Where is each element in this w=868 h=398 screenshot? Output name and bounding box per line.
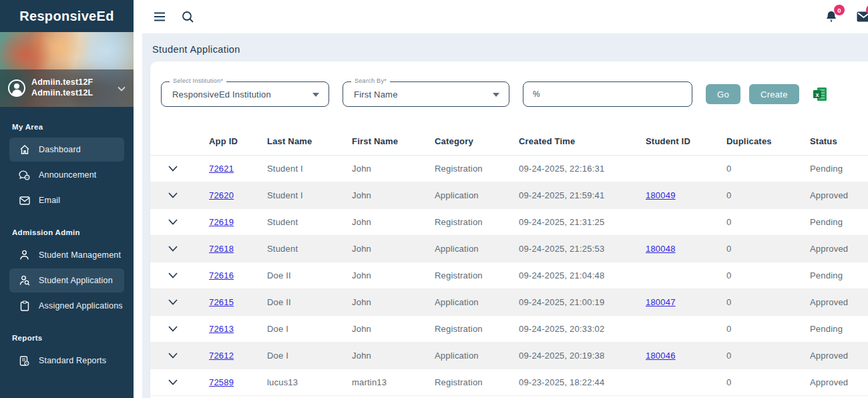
sidebar-item-email[interactable]: Email xyxy=(9,188,124,212)
user-names: Admiin.test12F Admiin.test12L xyxy=(31,77,93,98)
app-id-link[interactable]: 72621 xyxy=(209,164,234,174)
table-row: 72613Doe IJohnRegistration09-24-2025, 20… xyxy=(150,315,868,342)
duplicates-cell: 0 xyxy=(726,369,810,395)
person-search-icon xyxy=(19,275,30,286)
created-time-cell: 09-24-2025, 20:33:02 xyxy=(519,315,646,342)
app-id-link[interactable]: 72616 xyxy=(209,270,234,280)
last-name-cell: Doe II xyxy=(267,288,352,315)
go-button[interactable]: Go xyxy=(706,84,740,104)
row-expand-chevron-icon[interactable] xyxy=(168,219,178,225)
created-time-cell: 09-24-2025, 21:31:25 xyxy=(519,208,646,235)
status-cell: Approved xyxy=(810,235,868,262)
category-cell: Application xyxy=(435,342,519,369)
status-cell: Pending xyxy=(810,155,868,182)
hamburger-menu-icon[interactable] xyxy=(152,9,167,24)
clipboard-icon xyxy=(19,301,30,312)
row-expand-chevron-icon[interactable] xyxy=(168,299,178,305)
category-cell: Application xyxy=(435,182,519,208)
notifications-bell-icon[interactable]: 0 xyxy=(824,9,839,24)
app-id-cell: 72619 xyxy=(209,208,267,235)
duplicates-cell: 0 xyxy=(726,288,810,315)
row-expand-cell xyxy=(150,208,209,235)
app-id-link[interactable]: 72589 xyxy=(209,377,234,387)
row-expand-chevron-icon[interactable] xyxy=(168,192,178,198)
sidebar-item-label: Assigned Applications xyxy=(39,301,123,311)
first-name-cell: John xyxy=(352,288,435,315)
table-row: 72618StudentJohnApplication09-24-2025, 2… xyxy=(150,235,868,262)
student-id-cell: 180046 xyxy=(646,342,726,369)
report-clock-icon xyxy=(19,355,30,367)
student-id-link[interactable]: 180046 xyxy=(646,351,676,361)
row-expand-cell xyxy=(150,235,209,262)
app-window: ResponsiveEd Admiin.test12F Admiin.test1… xyxy=(0,0,868,398)
row-expand-chevron-icon[interactable] xyxy=(168,166,178,172)
excel-export-icon[interactable]: x xyxy=(813,87,827,102)
app-id-cell: 72589 xyxy=(209,369,267,395)
app-id-cell: 72616 xyxy=(209,262,267,288)
duplicates-cell: 0 xyxy=(726,155,810,182)
search-icon[interactable] xyxy=(180,9,195,24)
user-menu[interactable]: Admiin.test12F Admiin.test12L xyxy=(0,69,134,107)
category-cell: Registration xyxy=(435,315,519,342)
table-row: 72616Doe IIJohnRegistration09-24-2025, 2… xyxy=(150,262,868,288)
chevron-down-icon[interactable] xyxy=(118,82,126,94)
announcement-icon xyxy=(19,170,30,181)
section-label-reports: Reports xyxy=(12,334,134,342)
row-expand-cell xyxy=(150,262,209,288)
row-expand-chevron-icon[interactable] xyxy=(168,246,178,252)
sidebar-item-standard-reports[interactable]: Standard Reports xyxy=(9,349,124,373)
column-header-duplicates: Duplicates xyxy=(726,128,810,155)
app-id-link[interactable]: 72612 xyxy=(209,351,234,361)
row-expand-chevron-icon[interactable] xyxy=(168,326,178,332)
table-row: 72620Student IJohnApplication09-24-2025,… xyxy=(150,182,868,208)
sidebar-item-student-management[interactable]: Student Management xyxy=(9,243,124,267)
created-time-cell: 09-23-2025, 18:22:44 xyxy=(519,369,646,395)
student-id-cell xyxy=(646,262,726,288)
student-id-cell xyxy=(646,369,726,395)
content-gutter xyxy=(134,33,142,398)
first-name-cell: John xyxy=(352,182,435,208)
row-expand-chevron-icon[interactable] xyxy=(168,353,178,359)
applications-table: App ID Last Name First Name Category Cre… xyxy=(150,128,868,396)
sidebar-item-announcement[interactable]: Announcement xyxy=(9,163,124,187)
created-time-cell: 09-24-2025, 21:04:48 xyxy=(519,262,646,288)
created-time-cell: 09-24-2025, 21:00:19 xyxy=(519,288,646,315)
last-name-cell: Doe I xyxy=(267,315,352,342)
home-icon xyxy=(19,144,30,156)
row-expand-cell xyxy=(150,342,209,369)
main-area: 0 2 Student Application Select Instituti… xyxy=(134,0,868,398)
institution-select-label: Select Institution* xyxy=(170,77,226,84)
search-text-input[interactable] xyxy=(523,81,692,107)
institution-select[interactable]: Select Institution* ResponsiveEd Institu… xyxy=(161,81,329,107)
sidebar-item-student-application[interactable]: Student Application xyxy=(9,268,124,292)
sidebar-item-label: Announcement xyxy=(39,170,97,180)
app-id-link[interactable]: 72619 xyxy=(209,217,234,227)
table-row: 72612Doe IJohnApplication09-24-2025, 20:… xyxy=(150,342,868,369)
table-row: 72621Student IJohnRegistration09-24-2025… xyxy=(150,155,868,182)
student-id-link[interactable]: 180049 xyxy=(646,190,676,200)
student-id-cell xyxy=(646,155,726,182)
created-time-cell: 09-24-2025, 21:25:53 xyxy=(519,235,646,262)
mail-icon[interactable]: 2 xyxy=(856,9,868,24)
status-cell: Approved xyxy=(810,369,868,395)
page-title: Student Application xyxy=(134,33,868,61)
table-header-row: App ID Last Name First Name Category Cre… xyxy=(150,128,868,155)
app-id-link[interactable]: 72618 xyxy=(209,244,234,254)
student-id-link[interactable]: 180047 xyxy=(646,297,676,307)
brand-logo: ResponsiveEd xyxy=(0,0,134,32)
app-id-link[interactable]: 72620 xyxy=(209,190,234,200)
column-header-app-id: App ID xyxy=(209,128,267,155)
user-name-line2: Admiin.test12L xyxy=(31,88,93,99)
student-id-link[interactable]: 180048 xyxy=(646,244,676,254)
search-by-select[interactable]: Search By* First Name xyxy=(343,81,509,107)
sidebar-hero-image: Admiin.test12F Admiin.test12L xyxy=(0,32,134,107)
app-id-link[interactable]: 72615 xyxy=(209,297,234,307)
sidebar-item-dashboard[interactable]: Dashboard xyxy=(9,138,124,162)
app-id-link[interactable]: 72613 xyxy=(209,324,234,334)
sidebar-item-assigned-applications[interactable]: Assigned Applications xyxy=(9,294,124,318)
row-expand-chevron-icon[interactable] xyxy=(168,272,178,278)
create-button[interactable]: Create xyxy=(749,84,799,104)
table-row: 72619StudentJohnRegistration09-24-2025, … xyxy=(150,208,868,235)
row-expand-chevron-icon[interactable] xyxy=(168,379,178,385)
status-cell: Pending xyxy=(810,208,868,235)
